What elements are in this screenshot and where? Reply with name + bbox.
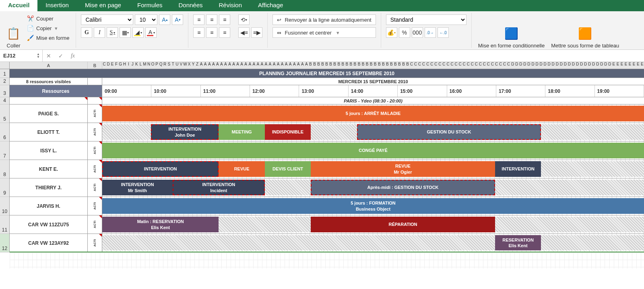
acti-cell[interactable]: ACTI <box>88 197 102 215</box>
timeline[interactable]: 5 jours : ARRÊT MALADIE <box>102 105 644 123</box>
cut-button[interactable]: ✂️Couper <box>25 14 71 23</box>
task-block[interactable]: REVUE <box>219 161 264 177</box>
timeline[interactable]: Matin : RESERVATIONElis Kent RÉPARATION <box>102 215 644 234</box>
increase-decimal-button[interactable]: .0→ <box>425 27 436 38</box>
col-header-b[interactable]: B <box>88 62 102 69</box>
timeline[interactable]: INTERVENTIONMr Smith INTERVENTIONInciden… <box>102 178 644 197</box>
acti-cell[interactable]: ACTI <box>88 215 102 234</box>
increase-font-button[interactable]: A▴ <box>159 14 170 25</box>
task-block[interactable]: 5 jours : ARRÊT MALADIE <box>102 106 644 121</box>
timeline[interactable]: INTERVENTIONJohn Doe MEETING INDISPONIBL… <box>102 123 644 141</box>
tab-accueil[interactable]: Accueil <box>0 0 37 11</box>
row-header[interactable]: 11 <box>0 215 9 234</box>
bold-button[interactable]: G <box>81 27 92 38</box>
acti-cell[interactable]: ACTI <box>88 141 102 160</box>
row-header[interactable]: 2 <box>0 78 9 85</box>
tab-affichage[interactable]: Affichage <box>250 0 291 11</box>
row-headers[interactable]: 1 2 3 4 5 6 7 8 9 10 11 12 <box>0 69 10 252</box>
tab-formules[interactable]: Formules <box>129 0 171 11</box>
row-header[interactable]: 9 <box>0 178 9 197</box>
tab-insertion[interactable]: Insertion <box>37 0 77 11</box>
task-block[interactable]: REVUEMr Ogier <box>311 161 495 177</box>
decrease-decimal-button[interactable]: ←.0 <box>438 27 449 38</box>
name-box[interactable]: EJ12 ▴▾ <box>0 50 43 61</box>
format-painter-button[interactable]: 🖌️Mise en forme <box>25 34 71 42</box>
row-header[interactable]: 4 <box>0 97 9 105</box>
task-block[interactable]: INTERVENTIONJohn Doe <box>151 124 219 140</box>
row-header[interactable]: 7 <box>0 141 9 160</box>
select-all-corner[interactable] <box>0 62 10 69</box>
row-header[interactable]: 8 <box>0 160 9 178</box>
align-center-button[interactable]: ≡ <box>206 27 217 38</box>
row-header[interactable]: 10 <box>0 197 9 215</box>
italic-button[interactable]: I <box>94 27 105 38</box>
currency-button[interactable]: 💰▾ <box>386 27 397 38</box>
thousands-button[interactable]: 000 <box>412 27 423 38</box>
row-header[interactable]: 12 <box>0 234 9 252</box>
row-header[interactable]: 5 <box>0 105 9 123</box>
tab-donnees[interactable]: Données <box>170 0 211 11</box>
spin-icon[interactable]: ▴▾ <box>37 53 39 58</box>
copy-button[interactable]: 📄Copier▾ <box>25 24 71 32</box>
fx-button[interactable]: fx <box>67 53 79 59</box>
timeline[interactable]: INTERVENTION REVUE DEVIS CLIENT REVUEMr … <box>102 160 644 178</box>
task-block[interactable]: INDISPONIBLE <box>265 124 311 140</box>
task-block[interactable]: MEETING <box>219 124 264 140</box>
wrap-text-button[interactable]: ↩Renvoyer à la ligne automatiquement <box>272 14 376 25</box>
column-headers[interactable]: A B CDEFGHIJKLMNOPQRSTUVWXYZAAAAAAAAAAAA… <box>0 62 644 69</box>
align-left-button[interactable]: ≡ <box>193 27 204 38</box>
task-block[interactable]: Après-midi : GESTION DU STOCK <box>311 180 495 195</box>
timeline[interactable]: 5 jours : FORMATIONBusiness Object <box>102 197 644 215</box>
row-header[interactable]: 3 <box>0 85 9 97</box>
timeline[interactable]: CONGÉ PAYÉ <box>102 141 644 160</box>
task-block[interactable]: INTERVENTIONIncident <box>173 180 265 195</box>
task-block[interactable]: GESTION DU STOCK <box>357 124 541 140</box>
font-color-button[interactable]: A▾ <box>145 27 157 38</box>
resource-name[interactable]: THIERRY J. <box>10 178 88 197</box>
row-header[interactable]: 1 <box>0 69 9 78</box>
task-block[interactable]: INTERVENTIONMr Smith <box>102 180 173 195</box>
timeline[interactable]: RESERVATIONElis Kent <box>102 234 644 252</box>
tab-revision[interactable]: Révision <box>211 0 250 11</box>
task-block[interactable]: DEVIS CLIENT <box>265 161 311 177</box>
border-button[interactable]: ▦▾ <box>120 27 131 38</box>
task-block[interactable]: 5 jours : FORMATIONBusiness Object <box>102 198 644 214</box>
task-block[interactable]: INTERVENTION <box>495 161 541 177</box>
format-table-button[interactable]: 🟧 Mettre sous forme de tableau <box>549 14 621 50</box>
resource-name[interactable]: PAIGE S. <box>10 105 88 123</box>
task-block[interactable]: CONGÉ PAYÉ <box>102 143 644 158</box>
conditional-format-button[interactable]: 🟦 Mise en forme conditionnelle <box>477 14 546 50</box>
cancel-formula-button[interactable]: ✕ <box>43 53 55 59</box>
align-bottom-button[interactable]: ≡ <box>219 14 230 25</box>
increase-indent-button[interactable]: ≡▶ <box>251 27 262 38</box>
accept-formula-button[interactable]: ✓ <box>55 53 67 59</box>
formula-input[interactable] <box>79 53 644 59</box>
col-headers-rest[interactable]: CDEFGHIJKLMNOPQRSTUVWXYZAAAAAAAAAAAAAAAA… <box>102 62 644 69</box>
resource-name[interactable]: ISSY L. <box>10 141 88 160</box>
number-format-select[interactable]: Standard <box>386 14 466 25</box>
align-middle-button[interactable]: ≡ <box>206 14 217 25</box>
acti-cell[interactable]: ACTI <box>88 178 102 197</box>
fill-color-button[interactable]: ◢▾ <box>132 27 144 38</box>
acti-cell[interactable]: ACTI <box>88 160 102 178</box>
align-top-button[interactable]: ≡ <box>193 14 204 25</box>
percent-button[interactable]: % <box>399 27 410 38</box>
resource-name[interactable]: JARVIS H. <box>10 197 88 215</box>
task-block[interactable]: RÉPARATION <box>311 217 495 232</box>
font-size-select[interactable]: 10 <box>135 14 157 25</box>
empty-grid[interactable] <box>10 252 644 269</box>
align-right-button[interactable]: ≡ <box>219 27 230 38</box>
resource-name[interactable]: CAR VW 123AY92 <box>10 234 88 252</box>
decrease-font-button[interactable]: A▾ <box>172 14 183 25</box>
acti-cell[interactable]: ACTI <box>88 105 102 123</box>
resource-name[interactable]: ELIOTT T. <box>10 123 88 141</box>
acti-cell[interactable]: ACTI <box>88 234 102 252</box>
tab-mise-en-page[interactable]: Mise en page <box>77 0 129 11</box>
task-block[interactable]: Matin : RESERVATIONElis Kent <box>102 217 219 232</box>
paste-button[interactable]: 📋 Coller <box>5 14 22 50</box>
underline-button[interactable]: S▾ <box>107 27 118 38</box>
task-block[interactable]: INTERVENTION <box>102 161 219 177</box>
decrease-indent-button[interactable]: ◀≡ <box>238 27 250 38</box>
acti-cell[interactable]: ACTI <box>88 123 102 141</box>
resource-name[interactable]: CAR VW 112ZU75 <box>10 215 88 234</box>
